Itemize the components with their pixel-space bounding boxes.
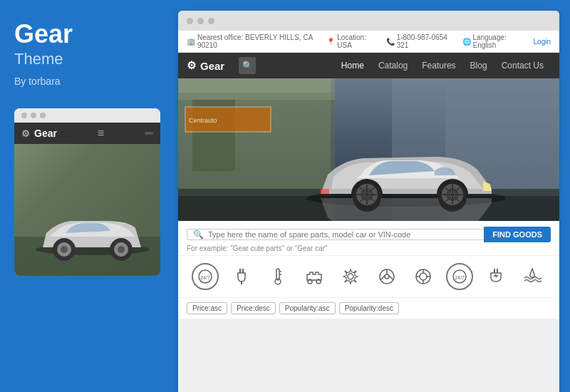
icon-coolant (519, 263, 546, 290)
theme-subtitle: Theme (14, 50, 160, 68)
icon-steering (373, 263, 400, 290)
hero-car-svg: Centrauto (178, 78, 559, 221)
icon-car-engine (301, 263, 328, 290)
mobile-brand: ⚙ Gear (21, 128, 57, 139)
svg-rect-63 (494, 269, 495, 273)
svg-rect-19 (321, 189, 329, 194)
topbar-location: 📍 Location: USA (326, 33, 375, 49)
svg-point-51 (385, 274, 389, 279)
svg-point-56 (420, 273, 427, 280)
svg-text:Centrauto: Centrauto (189, 117, 217, 124)
theme-author: By torbara (14, 76, 160, 87)
icon-gear-settings-box (337, 263, 364, 290)
mobile-gear-icon: ⚙ (21, 128, 30, 139)
browser-mockup: 🏢 Nearest office: BEVERLY HILLS, CA 9021… (178, 11, 559, 392)
icon-247-circle-2: 24/7 (446, 263, 473, 290)
hero-area: Centrauto (178, 78, 559, 221)
nav-home[interactable]: Home (334, 53, 371, 78)
browser-dot-1 (187, 18, 193, 24)
icon-247-circle-1: 24/7 (192, 263, 219, 290)
mobile-hero-bg (14, 144, 160, 276)
site-topbar: 🏢 Nearest office: BEVERLY HILLS, CA 9021… (178, 31, 559, 53)
nav-contact[interactable]: Contact Us (494, 53, 551, 78)
site-navbar: ⚙ Gear 🔍 Home Catalog Features Blog Cont… (178, 53, 559, 78)
svg-point-8 (118, 246, 125, 253)
theme-title: Gear (14, 21, 160, 47)
icon-24-7-1: 24/7 (192, 263, 219, 290)
nav-features[interactable]: Features (415, 53, 462, 78)
nav-links: Home Catalog Features Blog Contact Us (334, 53, 551, 78)
svg-point-37 (438, 183, 467, 212)
mobile-dot-1 (21, 113, 27, 118)
filter-row: Price:asc Price:desc Popularity:asc Popu… (178, 297, 559, 319)
filter-price-asc[interactable]: Price:asc (187, 302, 227, 314)
location-icon: 📍 (326, 38, 335, 46)
svg-rect-42 (241, 282, 242, 284)
icon-24-7-2: 24/7 (446, 263, 473, 290)
mobile-dot-3 (40, 113, 46, 118)
svg-rect-11 (178, 78, 335, 100)
filter-popularity-desc[interactable]: Popularity:desc (339, 302, 399, 314)
mobile-brand-label: Gear (34, 128, 57, 139)
mobile-nav-button[interactable] (145, 132, 153, 135)
topbar-phone: 📞 1-800-987-0654 321 (386, 33, 452, 49)
nav-catalog[interactable]: Catalog (371, 53, 415, 78)
search-section: 🔍 FIND GOODS For example: "Gear cute par… (178, 221, 559, 255)
mobile-car-svg (14, 144, 160, 276)
svg-line-54 (389, 275, 393, 280)
icon-tire (410, 263, 437, 290)
navbar-gear-icon: ⚙ (187, 59, 196, 72)
topbar-language: 🌐 Language: English (462, 33, 524, 49)
mobile-hero-image (14, 144, 160, 276)
login-link[interactable]: Login (534, 38, 551, 46)
left-panel: Gear Theme By torbara ⚙ Gear ≡ (0, 0, 175, 392)
search-bar: 🔍 FIND GOODS (187, 227, 551, 242)
svg-point-36 (353, 183, 381, 212)
mobile-dot-2 (31, 113, 36, 118)
icon-plug-box (228, 263, 255, 290)
office-icon: 🏢 (187, 38, 195, 46)
navbar-brand: ⚙ Gear (187, 59, 224, 72)
icon-tire-box (410, 263, 437, 290)
nav-blog[interactable]: Blog (463, 53, 494, 78)
icon-gear-settings (337, 263, 364, 290)
icon-steering-box (373, 263, 400, 290)
phone-icon: 📞 (386, 38, 395, 46)
filter-popularity-asc[interactable]: Popularity:asc (279, 302, 336, 314)
search-input[interactable] (208, 230, 478, 239)
mobile-navbar: ⚙ Gear ≡ (14, 123, 160, 144)
icon-temp (264, 263, 291, 290)
icon-strip: 24/7 (178, 255, 559, 297)
icon-battery (482, 263, 509, 290)
icon-battery-box (482, 263, 509, 290)
svg-text:24/7: 24/7 (200, 275, 210, 280)
search-bar-icon: 🔍 (193, 229, 204, 239)
mobile-preview-card: ⚙ Gear ≡ (14, 108, 160, 276)
icon-plug (228, 263, 255, 290)
svg-text:24/7: 24/7 (455, 275, 465, 280)
mobile-card-titlebar (14, 108, 160, 123)
svg-line-53 (380, 275, 385, 280)
svg-point-49 (348, 274, 353, 279)
svg-point-44 (275, 279, 281, 284)
svg-point-5 (61, 246, 68, 253)
filter-price-desc[interactable]: Price:desc (231, 302, 276, 314)
search-icon: 🔍 (242, 61, 253, 71)
svg-rect-64 (497, 269, 498, 273)
icon-coolant-box (519, 263, 546, 290)
mobile-hamburger-icon[interactable]: ≡ (98, 127, 104, 140)
icon-temp-box (264, 263, 291, 290)
navbar-search-button[interactable]: 🔍 (239, 57, 256, 74)
topbar-office: 🏢 Nearest office: BEVERLY HILLS, CA 9021… (187, 33, 316, 49)
svg-rect-40 (239, 269, 241, 273)
browser-dot-2 (197, 18, 204, 24)
search-hint: For example: "Gear cute parts" or "Gear … (187, 244, 551, 252)
svg-rect-41 (242, 269, 244, 273)
icon-car-engine-box (301, 263, 328, 290)
search-input-wrap: 🔍 (187, 229, 484, 240)
find-goods-button[interactable]: FIND GOODS (484, 227, 551, 242)
browser-dot-3 (208, 18, 214, 24)
language-icon: 🌐 (462, 38, 471, 46)
navbar-brand-label: Gear (200, 60, 224, 72)
browser-titlebar (178, 11, 559, 31)
